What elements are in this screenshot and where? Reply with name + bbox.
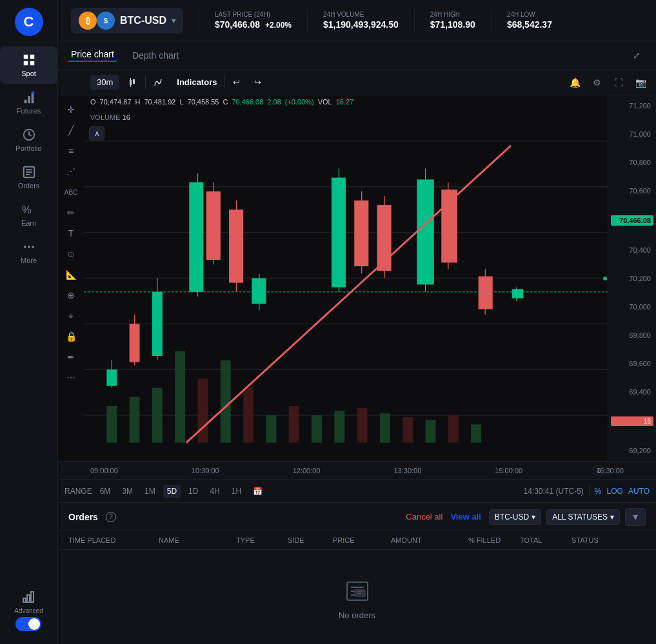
sidebar-item-spot[interactable]: Spot [0, 46, 57, 84]
range-3m[interactable]: 3M [118, 485, 137, 498]
last-price-group: LAST PRICE (24H) $70,466.08 +2.00% [215, 11, 292, 30]
svg-rect-35 [198, 378, 208, 442]
svg-rect-46 [448, 415, 459, 443]
orders-help-icon[interactable]: ? [106, 512, 116, 522]
svg-rect-17 [23, 598, 26, 602]
network-tool[interactable]: ⋰ [62, 162, 80, 181]
sidebar-item-orders[interactable]: Orders [0, 159, 57, 196]
sidebar: C Spot Futures Portfolio Orders % Earn M… [0, 0, 58, 644]
view-all-btn[interactable]: View all [450, 512, 481, 522]
range-1m[interactable]: 1M [141, 485, 159, 498]
abc-tool[interactable]: ABC [62, 183, 80, 201]
tab-price-chart[interactable]: Price chart [68, 49, 117, 62]
chart-tab-bar: Price chart Depth chart ⤢ [58, 41, 656, 70]
main-content: ₿ $ BTC-USD ▾ LAST PRICE (24H) $70,466.0… [58, 0, 656, 644]
settings-icon[interactable]: ⚙ [588, 73, 606, 92]
svg-line-77 [186, 146, 511, 443]
more-tool[interactable]: ⋯ [62, 369, 80, 387]
undo-btn[interactable]: ↩ [226, 75, 246, 90]
time-1200: 12:00:00 [293, 467, 321, 474]
price-70400: 70,400 [611, 246, 653, 254]
price-69400: 69,400 [611, 388, 653, 396]
sidebar-item-earn[interactable]: % Earn [0, 196, 57, 233]
high-group: 24H HIGH $71,108.90 [430, 11, 475, 30]
price-70200: 70,200 [611, 275, 653, 282]
sidebar-label-futures: Futures [17, 107, 41, 115]
svg-rect-38 [266, 415, 276, 443]
timeframe-btn[interactable]: 30m [90, 75, 119, 90]
sidebar-item-futures[interactable]: Futures [0, 84, 57, 121]
horizontal-tool[interactable]: ≡ [62, 142, 80, 160]
filter-expand-btn[interactable]: ▾ [625, 508, 646, 526]
status-filter[interactable]: ALL STATUSES ▾ [546, 509, 620, 525]
redo-btn[interactable]: ↪ [248, 75, 268, 90]
range-4h[interactable]: 4H [206, 485, 223, 498]
measure-tool[interactable]: 📐 [62, 266, 80, 284]
range-auto[interactable]: AUTO [628, 487, 650, 496]
svg-rect-21 [133, 79, 135, 84]
range-1d[interactable]: 1D [184, 485, 202, 498]
svg-rect-44 [403, 417, 413, 443]
zoom-in-tool[interactable]: ⊕ [62, 286, 80, 304]
lock-tool[interactable]: 🔒 [62, 327, 80, 346]
text-tool[interactable]: T [62, 224, 80, 242]
brush-tool[interactable]: ✏ [62, 204, 80, 222]
svg-rect-3 [30, 61, 34, 65]
magnet-tool[interactable]: ⌖ [62, 307, 80, 325]
range-percent[interactable]: % [595, 487, 602, 496]
pair-filter-label: BTC-USD [495, 512, 529, 522]
orders-panel: Orders ? Cancel all View all BTC-USD ▾ A… [58, 502, 656, 644]
range-1h[interactable]: 1H [228, 485, 245, 498]
svg-point-15 [28, 246, 30, 248]
coinbase-logo[interactable]: C [15, 8, 43, 36]
svg-rect-59 [229, 210, 243, 282]
pair-selector[interactable]: ₿ $ BTC-USD ▾ [71, 8, 183, 34]
line-tool[interactable]: ╱ [62, 121, 80, 139]
last-price-label: LAST PRICE (24H) [215, 11, 292, 18]
indicators-btn[interactable]: Indicators [170, 75, 223, 90]
crosshair-tool[interactable]: ✛ [62, 101, 80, 119]
fx-icon-btn[interactable] [147, 75, 169, 90]
cancel-all-btn[interactable]: Cancel all [406, 512, 442, 522]
fullscreen-icon[interactable]: ⛶ [610, 73, 628, 92]
tab-actions: ⤢ [628, 46, 646, 64]
orders-empty-state: No orders [58, 550, 656, 644]
svg-rect-40 [312, 415, 322, 443]
alert-icon[interactable]: 🔔 [566, 73, 584, 92]
svg-rect-20 [130, 80, 132, 85]
time-1330: 13:30:00 [393, 467, 421, 474]
svg-rect-0 [23, 55, 27, 59]
orders-column-headers: TIME PLACED NAME TYPE SIDE PRICE AMOUNT … [58, 531, 656, 550]
chart-canvas[interactable]: ✛ ╱ ≡ ⋰ ABC ✏ T ☺ 📐 ⊕ ⌖ 🔒 ✒ ⋯ O70,474.87… [58, 95, 656, 461]
emoji-tool[interactable]: ☺ [62, 245, 80, 263]
expand-icon[interactable]: ⤢ [628, 46, 646, 64]
range-6m[interactable]: 6M [96, 485, 115, 498]
price-71000: 71,000 [611, 130, 653, 138]
col-time-placed: TIME PLACED [68, 536, 159, 544]
range-log[interactable]: LOG [607, 487, 623, 496]
range-calendar[interactable]: 📅 [249, 485, 266, 498]
price-current: 70,466.08 [611, 215, 653, 226]
divider [589, 486, 590, 496]
pair-filter[interactable]: BTC-USD ▾ [489, 509, 541, 525]
advanced-toggle[interactable] [15, 617, 41, 631]
usd-icon: $ [97, 12, 115, 30]
pencil-tool[interactable]: ✒ [62, 348, 80, 366]
time-settings-btn[interactable]: ⊙ [593, 465, 604, 476]
candlestick-icon [127, 77, 137, 88]
orders-filters: BTC-USD ▾ ALL STATUSES ▾ ▾ [489, 508, 646, 526]
pair-label: BTC-USD [120, 15, 166, 26]
candlestick-btn[interactable] [121, 75, 144, 90]
svg-rect-73 [479, 277, 493, 309]
collapse-panel-btn[interactable]: ∧ [89, 126, 104, 141]
svg-rect-82 [355, 590, 365, 596]
camera-icon[interactable]: 📷 [631, 73, 650, 92]
tab-depth-chart[interactable]: Depth chart [130, 50, 181, 61]
sidebar-item-portfolio[interactable]: Portfolio [0, 121, 57, 159]
range-bar: RANGE 6M 3M 1M 5D 1D 4H 1H 📅 14:30:41 (U… [58, 479, 656, 502]
high-label: 24H HIGH [430, 11, 475, 18]
col-name: NAME [159, 536, 236, 544]
sidebar-item-more[interactable]: More [0, 233, 57, 271]
price-69800: 69,800 [611, 331, 653, 339]
range-5d[interactable]: 5D [163, 485, 181, 498]
